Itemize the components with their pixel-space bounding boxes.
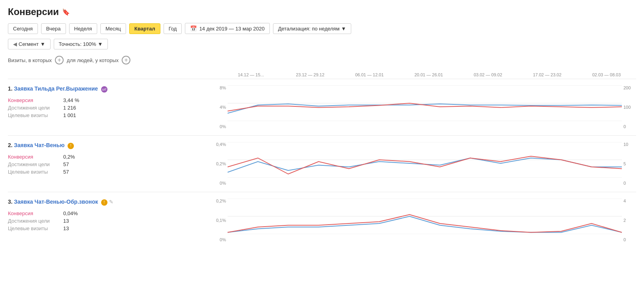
- goal-stats-1: Конверсия 3,44 % Достижения цели 1 216 Ц…: [8, 97, 205, 118]
- x-labels-row: 14.12 — 15...23.12 — 29.1206.01 — 12.012…: [221, 72, 636, 77]
- goal-badge-info: !: [101, 199, 107, 206]
- svg-chart-wrap-2: [228, 142, 622, 185]
- chevron-down-icon: ▼: [341, 26, 346, 32]
- y-axis-left-3: 0,2% 0,1% 0%: [213, 199, 228, 242]
- bookmark-icon[interactable]: 🔖: [62, 8, 70, 16]
- goal-title-row: 2. Заявка Чат-Венью !: [8, 142, 205, 149]
- period-quarter[interactable]: Квартал: [129, 23, 160, 34]
- y-axis-left-2: 0,4% 0,2% 0%: [213, 142, 228, 185]
- y-axis-left-1: 8% 4% 0%: [213, 85, 228, 129]
- accuracy-chevron-icon: ▼: [98, 41, 103, 47]
- filter-icon: ◀: [13, 41, 17, 47]
- y-right-min: 0: [623, 181, 636, 185]
- goal-row-3: 3. Заявка Чат-Венью-Обр.звонок !✎ Конвер…: [8, 192, 636, 248]
- period-month[interactable]: Месяц: [100, 23, 126, 34]
- line-chart-3: [228, 199, 622, 234]
- date-range-button[interactable]: 📅 14 дек 2019 — 13 мар 2020: [185, 23, 269, 34]
- achievements-label: Достижения цели: [8, 218, 63, 224]
- conditions-people-label: для людей, у которых: [67, 57, 119, 63]
- x-label: 17.02 — 23.02: [518, 72, 577, 77]
- detail-label: Детализация: по неделям: [278, 26, 340, 32]
- achievements-label: Достижения цели: [8, 161, 63, 167]
- chart-area-2: 0,4% 0,2% 0% 10 5 0: [213, 142, 636, 185]
- goal-row-2: 2. Заявка Чат-Венью ! Конверсия 0,2% Дос…: [8, 135, 636, 192]
- goal-badge-info: !: [68, 143, 74, 149]
- goal-number: 1.: [8, 85, 13, 92]
- conversion-label: Конверсия: [8, 154, 63, 160]
- achievements-label: Достижения цели: [8, 105, 63, 111]
- period-today[interactable]: Сегодня: [8, 23, 38, 34]
- y-right-max: 10: [623, 142, 636, 147]
- calendar-icon: 📅: [190, 25, 197, 32]
- goal-number: 3.: [8, 199, 13, 205]
- main-content: 14.12 — 15...23.12 — 29.1206.01 — 12.012…: [8, 72, 636, 248]
- y-left-min: 0%: [213, 237, 226, 242]
- chart-area-3: 0,2% 0,1% 0% 4 2 0: [213, 199, 636, 242]
- goal-info-3: 3. Заявка Чат-Венью-Обр.звонок !✎ Конвер…: [8, 199, 213, 242]
- goal-info-2: 2. Заявка Чат-Венью ! Конверсия 0,2% Дос…: [8, 142, 213, 185]
- y-left-mid: 0,1%: [213, 218, 226, 223]
- conversion-label: Конверсия: [8, 97, 63, 103]
- y-right-mid: 100: [623, 105, 636, 110]
- period-year[interactable]: Год: [164, 23, 182, 34]
- period-toolbar: Сегодня Вчера Неделя Месяц Квартал Год 📅…: [8, 23, 636, 34]
- line-chart-1: [228, 85, 622, 121]
- segment-chevron-icon: ▼: [40, 41, 45, 47]
- goal-title-link[interactable]: Заявка Чат-Венью: [14, 142, 64, 148]
- achievements-value: 1 216: [63, 105, 205, 111]
- x-label: 14.12 — 15...: [221, 72, 281, 77]
- svg-chart-wrap-3: [228, 199, 622, 242]
- date-range-label: 14 дек 2019 — 13 мар 2020: [199, 26, 264, 32]
- goal-title-row: 3. Заявка Чат-Венью-Обр.звонок !✎: [8, 199, 205, 206]
- accuracy-button[interactable]: Точность: 100% ▼: [54, 39, 108, 49]
- segment-button[interactable]: ◀ Сегмент ▼: [8, 39, 51, 49]
- conversion-value: 0,04%: [63, 210, 205, 216]
- filter-row: ◀ Сегмент ▼ Точность: 100% ▼: [8, 39, 636, 49]
- chart-x-header: 14.12 — 15...23.12 — 29.1206.01 — 12.012…: [221, 72, 636, 77]
- x-label: 23.12 — 29.12: [281, 72, 340, 77]
- period-week[interactable]: Неделя: [69, 23, 97, 34]
- x-label: 20.01 — 26.01: [399, 72, 458, 77]
- x-label: 03.02 — 09.02: [458, 72, 518, 77]
- segment-label: Сегмент: [19, 41, 39, 47]
- accuracy-label: Точность: 100%: [59, 41, 96, 47]
- x-label: 06.01 — 12.01: [340, 72, 399, 77]
- period-yesterday[interactable]: Вчера: [41, 23, 66, 34]
- goal-title-row: 1. Заявка Тильда Рег.Выражение url: [8, 85, 205, 93]
- x-label: 02.03 — 08.03: [577, 72, 636, 77]
- y-right-mid: 2: [623, 218, 636, 223]
- goal-stats-2: Конверсия 0,2% Достижения цели 57 Целевы…: [8, 154, 205, 175]
- goal-stats-3: Конверсия 0,04% Достижения цели 13 Целев…: [8, 210, 205, 231]
- conversion-label: Конверсия: [8, 210, 63, 216]
- y-right-min: 0: [623, 124, 636, 129]
- y-right-max: 4: [623, 199, 636, 203]
- achievements-value: 13: [63, 218, 205, 224]
- chart-area-1: 8% 4% 0% 200 100 0: [213, 85, 636, 129]
- edit-icon[interactable]: ✎: [109, 199, 113, 205]
- conversion-value: 3,44 %: [63, 97, 205, 103]
- conditions-row: Визиты, в которых + для людей, у которых…: [8, 56, 636, 64]
- conversion-value: 0,2%: [63, 154, 205, 160]
- y-left-mid: 4%: [213, 105, 226, 110]
- visits-value: 57: [63, 169, 205, 175]
- line-chart-2: [228, 142, 622, 178]
- y-axis-right-1: 200 100 0: [622, 85, 636, 129]
- y-left-mid: 0,2%: [213, 161, 226, 166]
- achievements-value: 57: [63, 161, 205, 167]
- y-right-max: 200: [623, 85, 636, 90]
- visits-label: Целевые визиты: [8, 112, 63, 118]
- y-left-max: 0,2%: [213, 199, 226, 203]
- detail-button[interactable]: Детализация: по неделям ▼: [273, 23, 351, 34]
- goal-info-1: 1. Заявка Тильда Рег.Выражение url Конве…: [8, 85, 213, 129]
- goal-title-link[interactable]: Заявка Тильда Рег.Выражение: [14, 85, 98, 92]
- goal-title-link[interactable]: Заявка Чат-Венью-Обр.звонок: [14, 199, 98, 205]
- svg-chart-wrap-1: [228, 85, 622, 129]
- add-people-condition-button[interactable]: +: [122, 56, 130, 64]
- y-left-max: 0,4%: [213, 142, 226, 147]
- add-visit-condition-button[interactable]: +: [55, 56, 64, 64]
- y-left-min: 0%: [213, 181, 226, 185]
- visits-label: Целевые визиты: [8, 169, 63, 175]
- goal-row-1: 1. Заявка Тильда Рег.Выражение url Конве…: [8, 79, 636, 135]
- y-right-min: 0: [623, 237, 636, 242]
- y-left-min: 0%: [213, 124, 226, 129]
